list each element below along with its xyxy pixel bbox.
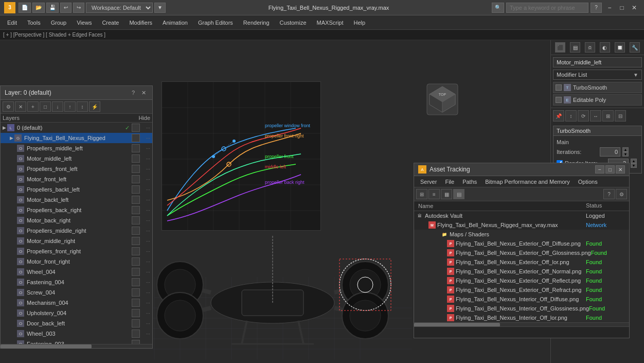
asset-row[interactable]: P Flying_Taxi_Bell_Nexus_Exterior_Off_lo… [414,257,629,267]
menu-item-maxscript[interactable]: MAXScript [312,18,349,28]
asset-tool-help[interactable]: ? [603,189,615,199]
layer-item[interactable]: O Wheel_004 ··· [1,267,152,277]
layer-item[interactable]: ▶ L 0 (default) ✓ ··· [1,123,152,133]
layer-visibility[interactable] [132,185,140,194]
menu-item-create[interactable]: Create [97,18,124,28]
rp-tool-rotate[interactable]: ⟳ [578,110,589,122]
layer-tool-obj[interactable]: □ [40,101,51,112]
layer-item[interactable]: O Propellers_front_right ··· [1,246,152,256]
layer-item[interactable]: O Mechanism_004 ··· [1,298,152,308]
menu-item-animation[interactable]: Animation [157,18,193,28]
layer-visibility[interactable] [132,124,140,132]
ts-riter-down[interactable]: ▼ [631,163,637,168]
rp-tool-move[interactable]: ↕ [565,110,577,122]
layer-item[interactable]: O Fastening_004 ··· [1,277,152,287]
layer-item[interactable]: O Propellers_middle_left ··· [1,143,152,153]
nav-cube[interactable]: TOP [424,81,455,112]
asset-tool-details[interactable]: ▦ [441,189,452,199]
layer-panel-question[interactable]: ? [129,88,138,97]
layer-item[interactable]: ▶ G Flying_Taxi_Bell_Nexus_Rigged ··· [1,133,152,143]
asset-row[interactable]: P Flying_Taxi_Bell_Nexus_Interior_Off_Di… [414,295,629,304]
rp-tab-modifier[interactable]: ▤ [570,42,580,53]
open-button[interactable]: 📂 [32,3,45,13]
rp-tab-display[interactable]: 🔲 [615,42,625,53]
layer-tool-add[interactable]: + [27,101,39,112]
workspace-options[interactable]: ▼ [154,3,166,13]
menu-item-tools[interactable]: Tools [22,18,46,28]
layer-visibility[interactable] [132,247,140,255]
save-button[interactable]: 💾 [46,3,59,13]
modifier-item-editablepoly[interactable]: E Editable Poly [553,94,642,106]
redo-button[interactable]: ↪ [73,3,84,13]
layer-item[interactable]: O Screw_004 ··· [1,287,152,298]
layer-item[interactable]: O Door_back_left ··· [1,318,152,329]
asset-tool-tile[interactable]: ▤ [453,189,464,199]
ts-iterations-spinner[interactable]: ▲ ▼ [622,147,629,157]
layer-visibility[interactable] [132,144,140,152]
asset-tool-settings[interactable]: ⚙ [616,189,627,199]
ts-renderiters-spinner[interactable]: ▲ ▼ [631,159,637,168]
layer-item[interactable]: O Motor_middle_right ··· [1,236,152,246]
layer-scroll-thumb[interactable] [1,344,92,349]
rp-tool-scale[interactable]: ↔ [590,110,601,122]
layer-visibility[interactable] [132,288,140,297]
layer-visibility[interactable] [132,237,140,245]
new-button[interactable]: 📄 [19,3,31,13]
menu-item-graph-editors[interactable]: Graph Editors [193,18,238,28]
layer-tool-down[interactable]: ↓ [52,101,63,112]
asset-row[interactable]: P Flying_Taxi_Bell_Nexus_Exterior_Off_Di… [414,239,629,248]
layer-item[interactable]: O Motor_backt_left ··· [1,195,152,205]
layer-visibility[interactable] [132,309,140,317]
asset-row[interactable]: P Flying_Taxi_Bell_Nexus_Exterior_Off_Re… [414,285,629,295]
layer-visibility[interactable] [132,330,140,338]
menu-item-rendering[interactable]: Rendering [238,18,275,28]
mod-turbosmooth-checkbox[interactable] [556,84,562,91]
layer-item[interactable]: O Upholstery_004 ··· [1,308,152,318]
search-icon-btn[interactable]: 🔍 [492,3,504,13]
layer-tool-delete[interactable]: ✕ [15,101,26,112]
asset-tool-list[interactable]: ≡ [428,189,440,199]
menu-item-views[interactable]: Views [71,18,97,28]
layer-visibility[interactable] [132,206,140,214]
layer-item[interactable]: O Propellers_middle_right ··· [1,226,152,236]
rp-tool-obj-props[interactable]: ⊞ [602,110,614,122]
layer-item[interactable]: O Propellers_back_right ··· [1,205,152,215]
asset-row[interactable]: P Flying_Taxi_Bell_Nexus_Interior_Off_Gl… [414,304,629,313]
close-button[interactable]: ✕ [629,3,640,13]
menu-item-help[interactable]: Help [349,18,371,28]
modifier-item-turbosmooth[interactable]: T TurboSmooth [553,82,642,93]
layer-visibility[interactable] [132,134,140,142]
asset-row[interactable]: P Flying_Taxi_Bell_Nexus_Exterior_Off_Re… [414,276,629,285]
asset-row[interactable]: P Flying_Taxi_Bell_Nexus_Exterior_Off_Gl… [414,248,629,257]
layer-visibility[interactable] [132,196,140,204]
layer-scrollbar[interactable] [1,344,152,348]
menu-item-edit[interactable]: Edit [2,18,22,28]
layer-visibility[interactable] [132,257,140,266]
layer-tool-1[interactable]: ⚙ [3,101,14,112]
asset-menu-item-options[interactable]: Options [574,178,602,186]
undo-button[interactable]: ↩ [60,3,71,13]
asset-menu-item-paths[interactable]: Paths [458,178,481,186]
ts-iter-up[interactable]: ▲ [622,147,629,152]
layer-visibility[interactable] [132,165,140,173]
rp-tab-material[interactable]: ⬛ [555,42,565,53]
search-input[interactable] [506,3,588,13]
asset-minimize-button[interactable]: − [595,165,604,174]
layer-visibility[interactable] [132,278,140,286]
asset-menu-item-file[interactable]: File [441,178,458,186]
rp-tab-motion[interactable]: ◐ [600,42,610,53]
ts-iter-down[interactable]: ▼ [622,152,629,157]
layer-visibility[interactable] [132,227,140,235]
layer-item[interactable]: O Propellers_backt_left ··· [1,184,152,195]
layer-visibility[interactable] [132,154,140,163]
mod-editablepoly-checkbox[interactable] [556,97,562,103]
workspace-dropdown[interactable]: Workspace: Default [86,3,153,13]
layer-tool-up[interactable]: ↑ [64,101,76,112]
menu-item-customize[interactable]: Customize [275,18,312,28]
asset-row[interactable]: 🏛 Autodesk Vault Logged [414,211,629,220]
layer-visibility[interactable] [132,216,140,224]
layer-panel-close[interactable]: ✕ [139,88,148,97]
asset-row[interactable]: P Flying_Taxi_Bell_Nexus_Exterior_Off_No… [414,267,629,276]
minimize-button[interactable]: − [604,3,615,13]
layer-visibility[interactable] [132,175,140,183]
